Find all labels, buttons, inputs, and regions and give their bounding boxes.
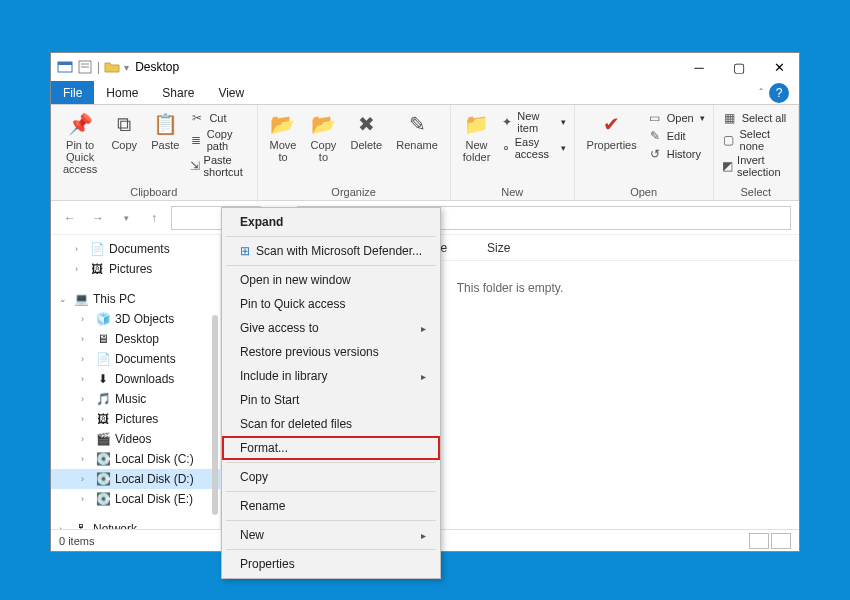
- back-button[interactable]: ←: [59, 207, 81, 229]
- ctx-pin-start[interactable]: Pin to Start: [222, 388, 440, 412]
- ribbon-group-select: ▦Select all ▢Select none ◩Invert selecti…: [714, 105, 799, 200]
- copy-to-button[interactable]: 📂Copy to: [306, 109, 340, 165]
- edit-icon: ✎: [647, 128, 663, 144]
- easy-access-icon: ⚬: [500, 140, 510, 156]
- ctx-new[interactable]: New▸: [222, 523, 440, 547]
- properties-icon: ✔: [599, 111, 625, 137]
- sidebar-item-this-pc[interactable]: ⌄💻This PC: [51, 289, 220, 309]
- open-button[interactable]: ▭Open▾: [647, 109, 705, 127]
- tab-home[interactable]: Home: [94, 81, 150, 104]
- ribbon-group-clipboard: 📌Pin to Quick access ⧉Copy 📋Paste ✂Cut ≣…: [51, 105, 258, 200]
- delete-button[interactable]: ✖Delete: [346, 109, 386, 153]
- downloads-icon: ⬇: [95, 371, 111, 387]
- defender-icon: ⊞: [240, 244, 250, 258]
- ctx-restore-previous[interactable]: Restore previous versions: [222, 340, 440, 364]
- move-to-button[interactable]: 📂Move to: [266, 109, 301, 165]
- sidebar-item-downloads[interactable]: ›⬇Downloads: [51, 369, 220, 389]
- ctx-format[interactable]: Format...: [222, 436, 440, 460]
- ctx-scan-deleted[interactable]: Scan for deleted files: [222, 412, 440, 436]
- col-size[interactable]: Size: [487, 241, 510, 255]
- select-all-button[interactable]: ▦Select all: [722, 109, 790, 127]
- sidebar-item-documents-qa[interactable]: ›📄Documents: [51, 239, 220, 259]
- pin-icon: 📌: [67, 111, 93, 137]
- sidebar-item-desktop[interactable]: ›🖥Desktop: [51, 329, 220, 349]
- ctx-give-access-to[interactable]: Give access to▸: [222, 316, 440, 340]
- 3d-objects-icon: 🧊: [95, 311, 111, 327]
- explorer-icon: [57, 59, 73, 75]
- history-icon: ↺: [647, 146, 663, 162]
- select-none-icon: ▢: [722, 132, 736, 148]
- tab-file[interactable]: File: [51, 81, 94, 104]
- sidebar-item-local-disk-e[interactable]: ›💽Local Disk (E:): [51, 489, 220, 509]
- invert-selection-icon: ◩: [722, 158, 733, 174]
- sidebar-item-local-disk-d[interactable]: ›💽Local Disk (D:): [51, 469, 220, 489]
- qat-dropdown-icon[interactable]: ▾: [124, 62, 129, 73]
- ribbon-tabs: File Home Share View ˆ ?: [51, 81, 799, 105]
- paste-shortcut-button[interactable]: ⇲Paste shortcut: [189, 153, 248, 179]
- ribbon-group-new: 📁New folder ✦New item▾ ⚬Easy access▾ New: [451, 105, 575, 200]
- sidebar-item-local-disk-c[interactable]: ›💽Local Disk (C:): [51, 449, 220, 469]
- ctx-copy[interactable]: Copy: [222, 465, 440, 489]
- sidebar-item-3d-objects[interactable]: ›🧊3D Objects: [51, 309, 220, 329]
- up-button[interactable]: ↑: [143, 207, 165, 229]
- ribbon-group-open: ✔Properties ▭Open▾ ✎Edit ↺History Open: [575, 105, 714, 200]
- sidebar-item-music[interactable]: ›🎵Music: [51, 389, 220, 409]
- easy-access-button[interactable]: ⚬Easy access▾: [500, 135, 565, 161]
- close-button[interactable]: ✕: [759, 53, 799, 81]
- ctx-pin-quick-access[interactable]: Pin to Quick access: [222, 292, 440, 316]
- history-button[interactable]: ↺History: [647, 145, 705, 163]
- tab-share[interactable]: Share: [150, 81, 206, 104]
- ctx-expand[interactable]: Expand: [222, 210, 440, 234]
- sidebar-item-pictures-qa[interactable]: ›🖼Pictures: [51, 259, 220, 279]
- recent-locations-button[interactable]: ▾: [115, 207, 137, 229]
- move-to-icon: 📂: [270, 111, 296, 137]
- chevron-right-icon: ▸: [421, 530, 426, 541]
- new-item-button[interactable]: ✦New item▾: [500, 109, 565, 135]
- sidebar-item-documents[interactable]: ›📄Documents: [51, 349, 220, 369]
- copy-button[interactable]: ⧉Copy: [107, 109, 141, 153]
- help-button[interactable]: ?: [769, 83, 789, 103]
- ctx-rename[interactable]: Rename: [222, 494, 440, 518]
- ribbon-collapse-icon[interactable]: ˆ: [759, 87, 763, 99]
- invert-selection-button[interactable]: ◩Invert selection: [722, 153, 790, 179]
- copy-path-button[interactable]: ≣Copy path: [189, 127, 248, 153]
- paste-shortcut-icon: ⇲: [189, 158, 199, 174]
- pin-to-quick-access-button[interactable]: 📌Pin to Quick access: [59, 109, 101, 177]
- paste-button[interactable]: 📋Paste: [147, 109, 183, 153]
- ctx-scan-defender[interactable]: ⊞Scan with Microsoft Defender...: [222, 239, 440, 263]
- forward-button[interactable]: →: [87, 207, 109, 229]
- documents-icon: 📄: [95, 351, 111, 367]
- ctx-include-library[interactable]: Include in library▸: [222, 364, 440, 388]
- sidebar-item-network[interactable]: ›🖧Network: [51, 519, 220, 529]
- maximize-button[interactable]: ▢: [719, 53, 759, 81]
- select-none-button[interactable]: ▢Select none: [722, 127, 790, 153]
- ctx-properties[interactable]: Properties: [222, 552, 440, 576]
- rename-icon: ✎: [404, 111, 430, 137]
- network-icon: 🖧: [73, 521, 89, 529]
- copy-to-icon: 📂: [310, 111, 336, 137]
- pictures-icon: 🖼: [95, 411, 111, 427]
- delete-icon: ✖: [353, 111, 379, 137]
- disk-icon: 💽: [95, 451, 111, 467]
- icons-view-button[interactable]: [771, 533, 791, 549]
- properties-qat-icon[interactable]: [77, 59, 93, 75]
- sidebar-item-videos[interactable]: ›🎬Videos: [51, 429, 220, 449]
- sidebar-item-pictures[interactable]: ›🖼Pictures: [51, 409, 220, 429]
- ctx-open-new-window[interactable]: Open in new window: [222, 268, 440, 292]
- rename-button[interactable]: ✎Rename: [392, 109, 442, 153]
- paste-icon: 📋: [152, 111, 178, 137]
- cut-icon: ✂: [189, 110, 205, 126]
- tab-view[interactable]: View: [206, 81, 256, 104]
- select-all-icon: ▦: [722, 110, 738, 126]
- folder-icon: [104, 59, 120, 75]
- context-menu: Expand ⊞Scan with Microsoft Defender... …: [221, 207, 441, 579]
- properties-button[interactable]: ✔Properties: [583, 109, 641, 153]
- sidebar-scrollbar[interactable]: [212, 315, 218, 515]
- documents-icon: 📄: [89, 241, 105, 257]
- edit-button[interactable]: ✎Edit: [647, 127, 705, 145]
- cut-button[interactable]: ✂Cut: [189, 109, 248, 127]
- minimize-button[interactable]: ─: [679, 53, 719, 81]
- pictures-icon: 🖼: [89, 261, 105, 277]
- new-folder-button[interactable]: 📁New folder: [459, 109, 495, 165]
- details-view-button[interactable]: [749, 533, 769, 549]
